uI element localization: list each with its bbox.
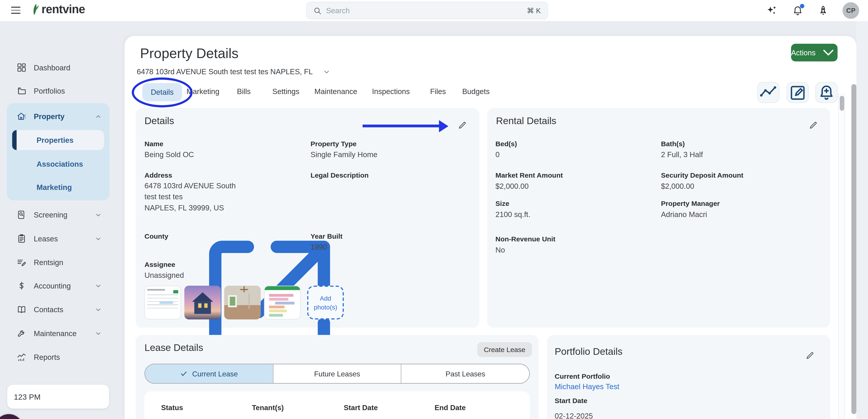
sidebar-item-screening[interactable]: Screening — [7, 205, 110, 225]
sidebar-item-label: Marketing — [36, 183, 72, 191]
name-label: Name — [145, 140, 163, 148]
tab-budgets[interactable]: Budgets — [462, 87, 490, 96]
add-photos-label: Add photo(s) — [308, 294, 343, 311]
photo-art — [173, 290, 178, 294]
sidebar-item-label: Accounting — [34, 281, 70, 290]
hamburger-menu-icon[interactable] — [11, 7, 21, 14]
current-portfolio-label: Current Portfolio — [555, 372, 610, 380]
rocket-button[interactable] — [817, 4, 829, 17]
sidebar-item-leases[interactable]: Leases — [7, 229, 110, 249]
sidebar-item-property[interactable]: Property — [7, 106, 110, 126]
sidebar-item-label: Portfolios — [34, 87, 65, 95]
activity-chart-button[interactable] — [757, 82, 779, 103]
beds-label: Bed(s) — [495, 140, 517, 148]
year-built-label: Year Built — [311, 233, 342, 240]
non-revenue-value: No — [495, 246, 505, 254]
user-avatar[interactable]: CP — [842, 2, 859, 19]
photo-art — [269, 313, 283, 316]
edit-pencil-icon[interactable] — [805, 351, 815, 360]
annotation-arrow — [363, 125, 440, 127]
search-input[interactable] — [326, 6, 522, 14]
bell-plus-button[interactable] — [815, 82, 837, 103]
property-photo-spreadsheet[interactable] — [145, 286, 181, 319]
lease-details-card: Lease Details Create Lease Current Lease… — [136, 335, 539, 419]
search-shortcut: ⌘ K — [527, 6, 541, 14]
sidebar-item-label: Rentsign — [34, 258, 63, 266]
chevron-down-icon — [95, 306, 102, 313]
property-type-label: Property Type — [311, 140, 356, 148]
segment-current-lease[interactable]: Current Lease — [145, 364, 273, 383]
chevron-down-icon — [95, 235, 102, 242]
document-search-icon — [17, 210, 27, 220]
tab-marketing[interactable]: Marketing — [186, 87, 219, 96]
legal-description-label: Legal Description — [311, 172, 369, 179]
sidebar-item-rentsign[interactable]: Rentsign — [7, 252, 110, 273]
property-photo-document[interactable] — [264, 286, 301, 319]
bell-plus-icon — [816, 83, 837, 102]
sidebar-item-marketing[interactable]: Marketing — [12, 177, 104, 197]
actions-button[interactable]: Actions — [791, 44, 837, 61]
property-address: 6478 103rd AVENUE South test test tes NA… — [136, 68, 313, 76]
portfolio-card-title: Portfolio Details — [555, 346, 623, 358]
market-rent-value: $2,000.00 — [495, 182, 529, 190]
segment-label: Current Lease — [192, 369, 238, 378]
tab-bills[interactable]: Bills — [237, 87, 251, 96]
notifications-bell-button[interactable] — [792, 4, 804, 17]
sidebar-item-associations[interactable]: Associations — [12, 154, 104, 174]
brand-logo[interactable]: rentvine — [31, 3, 85, 16]
sidebar-item-reports[interactable]: Reports — [7, 347, 110, 367]
photo-art — [192, 292, 213, 302]
photo-art — [269, 306, 285, 308]
tab-files[interactable]: Files — [430, 87, 446, 96]
chat-widget-button[interactable] — [0, 414, 23, 419]
market-rent-label: Market Rent Amount — [495, 172, 563, 179]
property-address-selector[interactable]: 6478 103rd AVENUE South test test tes NA… — [136, 68, 331, 76]
dashboard-grid-icon — [17, 63, 27, 72]
segment-past-leases[interactable]: Past Leases — [401, 364, 529, 383]
tab-label: Budgets — [462, 87, 490, 96]
property-photo-interior[interactable] — [224, 286, 261, 319]
content-scrollbar-thumb[interactable] — [840, 96, 844, 111]
address-line3: NAPLES, FL 39999, US — [145, 204, 224, 212]
segment-future-leases[interactable]: Future Leases — [273, 364, 401, 383]
segment-label: Future Leases — [314, 369, 360, 378]
baths-label: Bath(s) — [661, 140, 685, 148]
sidebar-item-contacts[interactable]: Contacts — [7, 299, 110, 320]
details-card-title: Details — [145, 115, 174, 127]
photo-art — [249, 293, 250, 309]
sidebar-item-properties[interactable]: Properties — [12, 130, 104, 150]
sparkles-ai-button[interactable] — [766, 4, 778, 17]
create-lease-button[interactable]: Create Lease — [477, 342, 532, 357]
edit-pencil-icon[interactable] — [457, 120, 467, 130]
content-scrollbar-track[interactable] — [838, 93, 845, 419]
note-edit-button[interactable] — [787, 82, 809, 103]
col-header-start-date: Start Date — [344, 403, 378, 412]
tab-details[interactable]: Details — [142, 83, 182, 101]
window-scrollbar-thumb[interactable] — [851, 84, 857, 414]
sidebar-item-accounting[interactable]: Accounting — [7, 276, 110, 296]
tab-settings[interactable]: Settings — [272, 87, 300, 96]
property-manager-label: Property Manager — [661, 200, 720, 208]
add-photos-button[interactable]: Add photo(s) — [307, 286, 344, 319]
search-icon — [313, 6, 321, 14]
tab-inspections[interactable]: Inspections — [372, 87, 410, 96]
sidebar-item-portfolios[interactable]: Portfolios — [7, 81, 110, 101]
sidebar-item-label: Contacts — [34, 305, 63, 313]
sidebar-nav: Dashboard Portfolios Property Properties… — [0, 21, 125, 419]
name-value: Being Sold OC — [145, 151, 194, 159]
col-header-status: Status — [161, 403, 183, 412]
signature-icon — [17, 257, 27, 267]
sidebar-item-dashboard[interactable]: Dashboard — [7, 58, 110, 78]
sidebar-item-label: Properties — [36, 136, 73, 144]
deposit-label: Security Deposit Amount — [661, 172, 743, 179]
tab-maintenance[interactable]: Maintenance — [314, 87, 357, 96]
edit-pencil-icon[interactable] — [808, 120, 818, 130]
property-photo-house[interactable] — [184, 286, 221, 319]
footer-time-box: 123 PM — [7, 385, 109, 409]
photo-art — [204, 303, 208, 308]
current-portfolio-link[interactable]: Michael Hayes Test — [555, 383, 619, 391]
topbar-actions: CP — [766, 2, 859, 19]
actions-label: Actions — [791, 49, 816, 57]
global-search[interactable]: ⌘ K — [306, 2, 548, 19]
sidebar-item-maintenance[interactable]: Maintenance — [7, 323, 110, 343]
